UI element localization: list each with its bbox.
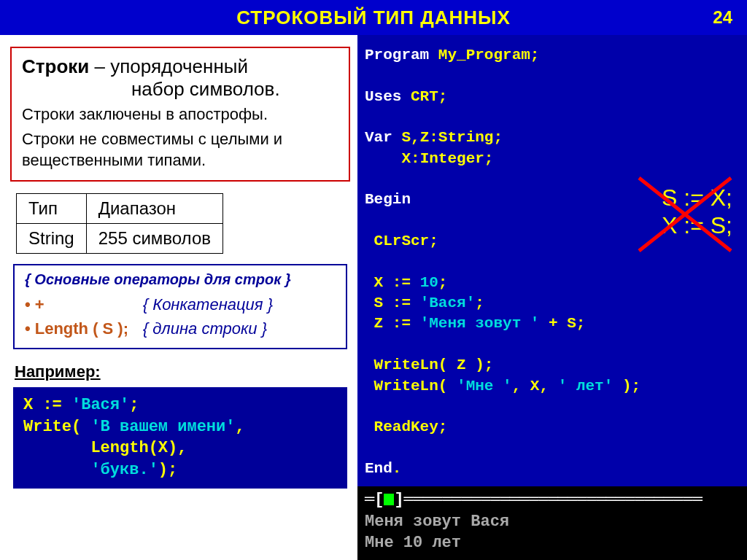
program-output: ═[]═══════════════════════════════ Меня … (357, 486, 747, 560)
kw-uses: Uses (365, 88, 411, 105)
uses-crt: CRT (411, 88, 438, 105)
th-type: Тип (17, 194, 87, 224)
type-string: :String; (429, 129, 503, 146)
l9b: 'Меня зовут ' (420, 315, 540, 332)
page-number: 24 (713, 7, 732, 28)
l8a: S := (365, 295, 420, 311)
bullet-icon: • (25, 316, 31, 341)
left-column: Строки – упорядоченный набор символов. С… (0, 35, 357, 560)
l7c: ; (438, 274, 448, 291)
ops-title: { Основные операторы для строк } (25, 271, 336, 288)
kw-var: Var (365, 129, 401, 146)
ex-l4c: ); (158, 461, 177, 479)
th-range: Диапазон (86, 194, 222, 224)
prog-name: My_Program; (429, 47, 539, 63)
ex-l1a: X := (23, 396, 71, 414)
operators-box: { Основные операторы для строк } • + { К… (13, 264, 347, 349)
l11d: ' лет' (558, 378, 614, 394)
wrong-l1: S := X; (662, 184, 732, 211)
example-label: Например: (15, 362, 350, 381)
kw-program: Program (365, 47, 429, 63)
l11b: 'Мне ' (457, 378, 512, 394)
op-concat-comment: { Конкатенация } (143, 292, 273, 316)
cursor-icon (384, 494, 394, 505)
definition-line2: набор символов. (22, 78, 338, 101)
definition-sub1: Строки заключены в апострофы. (22, 104, 338, 125)
end-dot: . (392, 460, 402, 477)
td-type: String (17, 224, 87, 254)
kw-begin: Begin (365, 191, 411, 208)
l11e: ); (613, 378, 640, 394)
l8c: ; (475, 295, 484, 311)
ex-l2a: Write( (23, 418, 90, 436)
ex-l2c: , (235, 418, 244, 436)
definition-box: Строки – упорядоченный набор символов. С… (10, 47, 350, 182)
ex-l1b: 'Вася' (71, 396, 129, 414)
op-concat: + (35, 292, 143, 316)
definition-rest: – упорядоченный (89, 55, 248, 77)
l7b: 10 (420, 274, 438, 291)
l11c: , X, (512, 378, 558, 394)
ex-l1c: ; (129, 396, 139, 414)
td-range: 255 символов (86, 224, 222, 254)
indent (365, 150, 401, 167)
type-int: :Integer; (411, 150, 493, 167)
definition-sub2: Строки не совместимы с целыми и веществе… (22, 128, 338, 171)
l11a: WriteLn( (365, 378, 457, 394)
out-l2: Мне 10 лет (365, 532, 740, 554)
example-code-box: X := 'Вася'; Write( 'В вашем имени', Len… (13, 387, 347, 489)
ex-l4b: 'букв.' (90, 461, 158, 479)
l9c: + S; (539, 315, 585, 332)
definition-term: Строки (22, 55, 89, 77)
l7a: X := (365, 274, 420, 291)
wrong-l2: X := S; (662, 211, 732, 239)
kw-end: End (365, 460, 392, 477)
semi: ; (438, 88, 448, 105)
ex-l2b: 'В вашем имени' (90, 418, 235, 436)
ex-l4a (23, 461, 90, 479)
out-bracket: ═[ (365, 491, 384, 509)
content-area: Строки – упорядоченный набор символов. С… (0, 35, 747, 560)
l10: WriteLn( Z ); (365, 357, 493, 373)
type-table: Тип Диапазон String 255 символов (16, 193, 223, 254)
var-x: X (401, 150, 411, 167)
var-sz: S,Z (401, 129, 429, 146)
slide-header: СТРОКОВЫЙ ТИП ДАННЫХ 24 (0, 0, 747, 35)
wrong-assignments: S := X; X := S; (662, 184, 732, 240)
bullet-icon: • (25, 292, 31, 316)
l8b: 'Вася' (420, 295, 476, 311)
out-bracket2: ]═══════════════════════════════ (394, 491, 702, 509)
program-panel: Program My_Program; Uses CRT; Var S,Z:St… (357, 35, 747, 560)
l9a: Z := (365, 315, 420, 332)
clrscr: CLrScr; (365, 233, 438, 249)
op-length: Length ( S ); (35, 316, 143, 341)
slide-title: СТРОКОВЫЙ ТИП ДАННЫХ (236, 7, 511, 29)
out-l1: Меня зовут Вася (365, 511, 740, 533)
l12: ReadKey; (365, 419, 447, 435)
ex-l3: Length(X), (23, 439, 187, 457)
op-length-comment: { длина строки } (143, 316, 267, 341)
